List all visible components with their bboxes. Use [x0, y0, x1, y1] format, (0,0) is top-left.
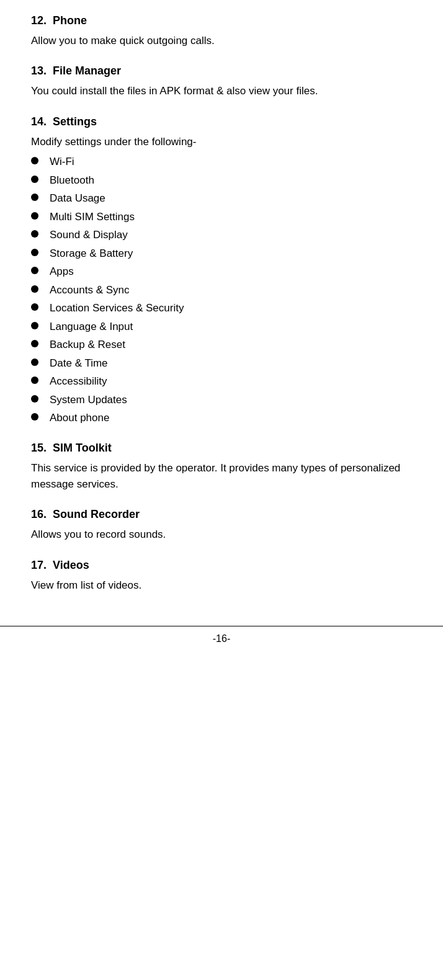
list-item-label: Language & Input	[50, 319, 133, 335]
list-item: Sound & Display	[31, 227, 418, 243]
page-footer: -16-	[0, 626, 443, 651]
list-item: Storage & Battery	[31, 246, 418, 262]
list-item-label: Storage & Battery	[50, 246, 133, 262]
section-14-heading: 14. Settings	[31, 114, 418, 130]
bullet-dot-icon	[31, 322, 38, 329]
section-16: 16. Sound RecorderAllows you to record s…	[31, 506, 418, 543]
list-item-label: System Updates	[50, 392, 127, 408]
list-item-label: Sound & Display	[50, 227, 128, 243]
section-15: 15. SIM ToolkitThis service is provided …	[31, 440, 418, 493]
list-item-label: Data Usage	[50, 190, 105, 207]
list-item: Date & Time	[31, 355, 418, 372]
bullet-dot-icon	[31, 176, 38, 183]
list-item-label: Accounts & Sync	[50, 282, 130, 298]
list-item-label: Date & Time	[50, 355, 108, 372]
list-item-label: Wi-Fi	[50, 154, 74, 170]
bullet-dot-icon	[31, 413, 38, 421]
list-item-label: Accessibility	[50, 373, 107, 390]
bullet-dot-icon	[31, 395, 38, 403]
list-item: Backup & Reset	[31, 337, 418, 353]
section-12-heading: 12. Phone	[31, 12, 418, 29]
list-item: Language & Input	[31, 319, 418, 335]
list-item: Location Services & Security	[31, 300, 418, 316]
list-item: Data Usage	[31, 190, 418, 207]
section-17: 17. VideosView from list of videos.	[31, 557, 418, 594]
section-14-list: Wi-FiBluetoothData UsageMulti SIM Settin…	[31, 154, 418, 426]
section-14-body: Modify settings under the following-	[31, 134, 418, 150]
section-13-heading: 13. File Manager	[31, 63, 418, 79]
bullet-dot-icon	[31, 359, 38, 366]
section-13: 13. File ManagerYou could install the fi…	[31, 63, 418, 99]
bullet-dot-icon	[31, 267, 38, 274]
section-17-body: View from list of videos.	[31, 577, 418, 594]
section-14: 14. SettingsModify settings under the fo…	[31, 114, 418, 426]
list-item-label: Apps	[50, 264, 74, 280]
list-item: Bluetooth	[31, 172, 418, 189]
list-item: Multi SIM Settings	[31, 209, 418, 225]
list-item: Accounts & Sync	[31, 282, 418, 298]
list-item: About phone	[31, 410, 418, 426]
bullet-dot-icon	[31, 194, 38, 201]
section-15-heading: 15. SIM Toolkit	[31, 440, 418, 457]
section-12: 12. PhoneAllow you to make quick outgoin…	[31, 12, 418, 49]
section-13-body: You could install the files in APK forma…	[31, 83, 418, 99]
page-number: -16-	[213, 633, 230, 644]
list-item-label: Backup & Reset	[50, 337, 125, 353]
list-item-label: About phone	[50, 410, 109, 426]
list-item-label: Multi SIM Settings	[50, 209, 135, 225]
section-15-body: This service is provided by the operator…	[31, 460, 418, 493]
section-12-body: Allow you to make quick outgoing calls.	[31, 33, 418, 49]
section-16-heading: 16. Sound Recorder	[31, 506, 418, 523]
bullet-dot-icon	[31, 285, 38, 293]
bullet-dot-icon	[31, 230, 38, 238]
list-item: Apps	[31, 264, 418, 280]
bullet-dot-icon	[31, 157, 38, 164]
list-item-label: Bluetooth	[50, 172, 94, 189]
bullet-dot-icon	[31, 212, 38, 220]
bullet-dot-icon	[31, 340, 38, 347]
list-item: System Updates	[31, 392, 418, 408]
bullet-dot-icon	[31, 249, 38, 256]
page-content: 12. PhoneAllow you to make quick outgoin…	[0, 0, 443, 620]
list-item: Wi-Fi	[31, 154, 418, 170]
section-17-heading: 17. Videos	[31, 557, 418, 574]
list-item: Accessibility	[31, 373, 418, 390]
list-item-label: Location Services & Security	[50, 300, 184, 316]
section-16-body: Allows you to record sounds.	[31, 527, 418, 543]
bullet-dot-icon	[31, 303, 38, 311]
bullet-dot-icon	[31, 376, 38, 384]
